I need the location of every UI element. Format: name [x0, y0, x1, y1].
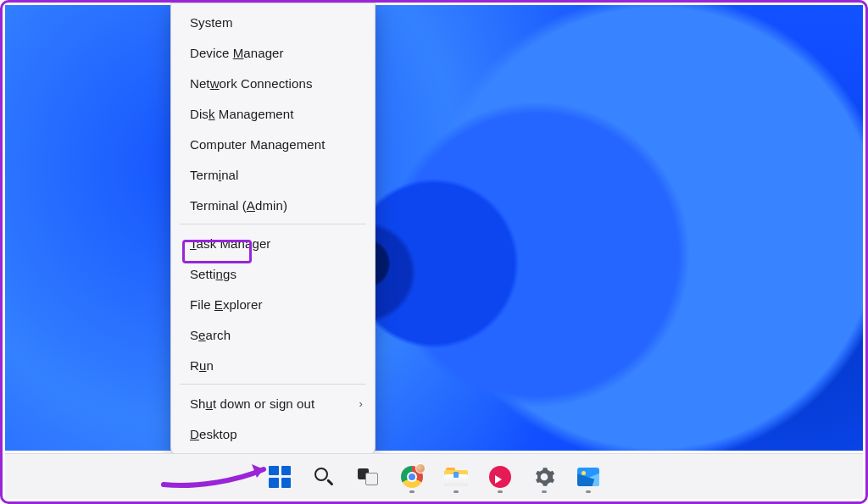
- menu-item-terminal[interactable]: Terminal: [171, 159, 375, 190]
- menu-item-device-manager[interactable]: Device Manager: [171, 37, 375, 68]
- menu-item-label: Settings: [190, 267, 236, 281]
- taskbar-app-media[interactable]: [482, 459, 518, 495]
- menu-separator: [180, 224, 366, 224]
- menu-item-computer-management[interactable]: Computer Management: [171, 129, 375, 159]
- menu-item-label: Run: [190, 358, 214, 373]
- menu-item-system[interactable]: System: [171, 7, 375, 37]
- menu-item-shut-down-or-sign-out[interactable]: Shut down or sign out›: [171, 388, 375, 418]
- start-button[interactable]: [262, 459, 298, 495]
- menu-item-label: System: [190, 15, 233, 30]
- desktop-wallpaper: [5, 5, 863, 451]
- menu-item-label: Search: [190, 328, 231, 342]
- menu-item-label: Device Manager: [190, 46, 284, 60]
- menu-item-settings[interactable]: Settings: [171, 258, 375, 289]
- windows-logo-icon: [269, 466, 291, 488]
- menu-item-task-manager[interactable]: Task Manager: [171, 228, 375, 258]
- menu-item-label: Task Manager: [190, 236, 270, 251]
- folder-icon: [444, 468, 468, 486]
- taskbar-app-settings[interactable]: [526, 459, 562, 495]
- menu-item-label: Terminal: [190, 168, 239, 182]
- menu-item-label: Shut down or sign out: [190, 396, 314, 411]
- photos-icon: [577, 468, 599, 486]
- gear-icon: [533, 466, 555, 488]
- task-view-icon: [358, 468, 378, 485]
- menu-item-disk-management[interactable]: Disk Management: [171, 98, 375, 129]
- search-button[interactable]: [306, 459, 342, 495]
- menu-separator: [180, 384, 366, 385]
- chrome-icon: [401, 466, 423, 488]
- taskbar-app-photos[interactable]: [570, 459, 606, 495]
- chevron-right-icon: ›: [359, 397, 363, 410]
- menu-item-label: Computer Management: [190, 137, 326, 152]
- menu-item-desktop[interactable]: Desktop: [171, 418, 375, 449]
- play-circle-icon: [489, 466, 511, 488]
- menu-item-search[interactable]: Search: [171, 319, 375, 350]
- task-view-button[interactable]: [350, 459, 386, 495]
- menu-item-run[interactable]: Run: [171, 350, 375, 380]
- taskbar-app-chrome[interactable]: [394, 459, 430, 495]
- menu-item-label: Disk Management: [190, 107, 293, 121]
- menu-item-file-explorer[interactable]: File Explorer: [171, 289, 375, 319]
- menu-item-label: Terminal (Admin): [190, 198, 287, 213]
- menu-item-label: Network Connections: [190, 76, 313, 91]
- menu-item-label: Desktop: [190, 427, 237, 441]
- taskbar-app-file-explorer[interactable]: [438, 459, 474, 495]
- menu-item-terminal-admin[interactable]: Terminal (Admin): [171, 190, 375, 220]
- taskbar: [5, 453, 863, 499]
- search-icon: [314, 467, 334, 487]
- menu-item-network-connections[interactable]: Network Connections: [171, 68, 375, 98]
- power-user-menu: SystemDevice ManagerNetwork ConnectionsD…: [170, 3, 376, 455]
- menu-item-label: File Explorer: [190, 297, 263, 312]
